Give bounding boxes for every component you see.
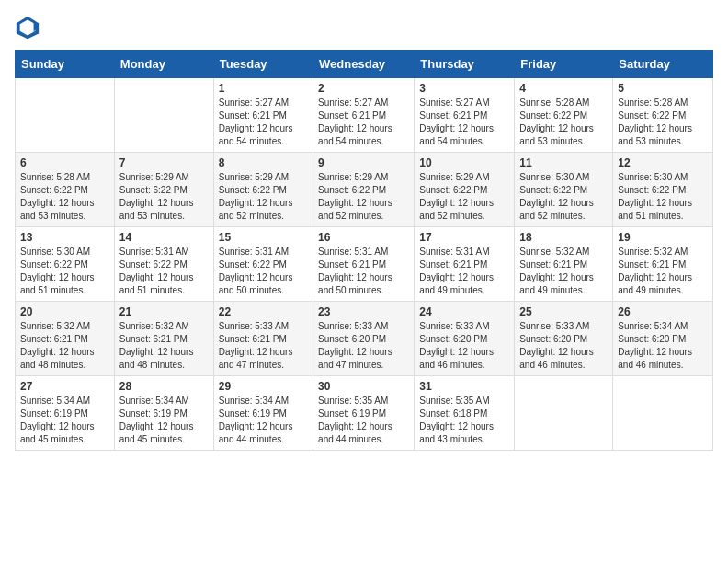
day-number: 5 <box>618 82 708 95</box>
calendar-cell: 23Sunrise: 5:33 AM Sunset: 6:20 PM Dayli… <box>313 302 415 376</box>
calendar-cell: 2Sunrise: 5:27 AM Sunset: 6:21 PM Daylig… <box>313 78 415 153</box>
day-number: 19 <box>618 231 708 244</box>
calendar-cell: 17Sunrise: 5:31 AM Sunset: 6:21 PM Dayli… <box>415 227 515 302</box>
day-number: 3 <box>419 82 509 95</box>
calendar-cell: 9Sunrise: 5:29 AM Sunset: 6:22 PM Daylig… <box>313 153 415 227</box>
day-number: 30 <box>318 380 409 393</box>
day-number: 12 <box>618 156 708 169</box>
day-info: Sunrise: 5:35 AM Sunset: 6:18 PM Dayligh… <box>419 395 509 446</box>
day-info: Sunrise: 5:28 AM Sunset: 6:22 PM Dayligh… <box>519 97 608 148</box>
calendar-cell: 3Sunrise: 5:27 AM Sunset: 6:21 PM Daylig… <box>415 78 515 153</box>
day-info: Sunrise: 5:33 AM Sunset: 6:21 PM Dayligh… <box>219 320 308 372</box>
day-info: Sunrise: 5:33 AM Sunset: 6:20 PM Dayligh… <box>519 320 608 372</box>
day-number: 29 <box>219 380 308 393</box>
day-info: Sunrise: 5:34 AM Sunset: 6:19 PM Dayligh… <box>20 395 109 446</box>
calendar-cell: 5Sunrise: 5:28 AM Sunset: 6:22 PM Daylig… <box>613 78 713 153</box>
day-info: Sunrise: 5:32 AM Sunset: 6:21 PM Dayligh… <box>519 246 608 297</box>
day-number: 18 <box>519 231 608 244</box>
calendar-cell <box>613 376 713 451</box>
day-number: 28 <box>119 380 209 393</box>
calendar-cell <box>16 78 115 153</box>
calendar-cell <box>515 376 613 451</box>
day-number: 4 <box>519 82 608 95</box>
day-number: 26 <box>618 305 708 318</box>
day-header-saturday: Saturday <box>613 51 713 78</box>
day-number: 6 <box>20 156 109 169</box>
day-header-tuesday: Tuesday <box>213 51 313 78</box>
day-number: 15 <box>219 231 308 244</box>
logo-icon <box>15 15 40 40</box>
calendar-cell: 8Sunrise: 5:29 AM Sunset: 6:22 PM Daylig… <box>213 153 313 227</box>
calendar: SundayMondayTuesdayWednesdayThursdayFrid… <box>15 50 713 451</box>
calendar-cell: 4Sunrise: 5:28 AM Sunset: 6:22 PM Daylig… <box>515 78 613 153</box>
calendar-cell: 26Sunrise: 5:34 AM Sunset: 6:20 PM Dayli… <box>613 302 713 376</box>
calendar-cell: 16Sunrise: 5:31 AM Sunset: 6:21 PM Dayli… <box>313 227 415 302</box>
day-info: Sunrise: 5:29 AM Sunset: 6:22 PM Dayligh… <box>318 171 409 223</box>
day-header-friday: Friday <box>515 51 613 78</box>
calendar-cell: 31Sunrise: 5:35 AM Sunset: 6:18 PM Dayli… <box>415 376 515 451</box>
day-header-thursday: Thursday <box>415 51 515 78</box>
day-info: Sunrise: 5:27 AM Sunset: 6:21 PM Dayligh… <box>419 97 509 148</box>
calendar-cell: 21Sunrise: 5:32 AM Sunset: 6:21 PM Dayli… <box>114 302 213 376</box>
calendar-week-row: 1Sunrise: 5:27 AM Sunset: 6:21 PM Daylig… <box>16 78 713 153</box>
calendar-cell: 7Sunrise: 5:29 AM Sunset: 6:22 PM Daylig… <box>114 153 213 227</box>
calendar-cell <box>114 78 213 153</box>
calendar-cell: 14Sunrise: 5:31 AM Sunset: 6:22 PM Dayli… <box>114 227 213 302</box>
day-info: Sunrise: 5:29 AM Sunset: 6:22 PM Dayligh… <box>219 171 308 223</box>
day-number: 10 <box>419 156 509 169</box>
day-number: 25 <box>519 305 608 318</box>
day-info: Sunrise: 5:29 AM Sunset: 6:22 PM Dayligh… <box>419 171 509 223</box>
calendar-cell: 27Sunrise: 5:34 AM Sunset: 6:19 PM Dayli… <box>16 376 115 451</box>
day-number: 13 <box>20 231 109 244</box>
day-info: Sunrise: 5:34 AM Sunset: 6:19 PM Dayligh… <box>219 395 308 446</box>
day-number: 16 <box>318 231 409 244</box>
calendar-cell: 25Sunrise: 5:33 AM Sunset: 6:20 PM Dayli… <box>515 302 613 376</box>
day-number: 11 <box>519 156 608 169</box>
day-number: 23 <box>318 305 409 318</box>
day-number: 2 <box>318 82 409 95</box>
day-info: Sunrise: 5:30 AM Sunset: 6:22 PM Dayligh… <box>20 246 109 297</box>
calendar-cell: 29Sunrise: 5:34 AM Sunset: 6:19 PM Dayli… <box>213 376 313 451</box>
calendar-week-row: 6Sunrise: 5:28 AM Sunset: 6:22 PM Daylig… <box>16 153 713 227</box>
day-info: Sunrise: 5:35 AM Sunset: 6:19 PM Dayligh… <box>318 395 409 446</box>
day-info: Sunrise: 5:28 AM Sunset: 6:22 PM Dayligh… <box>20 171 109 223</box>
calendar-cell: 19Sunrise: 5:32 AM Sunset: 6:21 PM Dayli… <box>613 227 713 302</box>
calendar-cell: 11Sunrise: 5:30 AM Sunset: 6:22 PM Dayli… <box>515 153 613 227</box>
calendar-cell: 12Sunrise: 5:30 AM Sunset: 6:22 PM Dayli… <box>613 153 713 227</box>
calendar-cell: 18Sunrise: 5:32 AM Sunset: 6:21 PM Dayli… <box>515 227 613 302</box>
page-header <box>15 15 713 40</box>
day-number: 7 <box>119 156 209 169</box>
day-info: Sunrise: 5:28 AM Sunset: 6:22 PM Dayligh… <box>618 97 708 148</box>
calendar-cell: 22Sunrise: 5:33 AM Sunset: 6:21 PM Dayli… <box>213 302 313 376</box>
day-number: 1 <box>219 82 308 95</box>
calendar-cell: 24Sunrise: 5:33 AM Sunset: 6:20 PM Dayli… <box>415 302 515 376</box>
day-info: Sunrise: 5:32 AM Sunset: 6:21 PM Dayligh… <box>618 246 708 297</box>
day-info: Sunrise: 5:30 AM Sunset: 6:22 PM Dayligh… <box>618 171 708 223</box>
calendar-cell: 15Sunrise: 5:31 AM Sunset: 6:22 PM Dayli… <box>213 227 313 302</box>
day-info: Sunrise: 5:27 AM Sunset: 6:21 PM Dayligh… <box>318 97 409 148</box>
day-info: Sunrise: 5:34 AM Sunset: 6:19 PM Dayligh… <box>119 395 209 446</box>
calendar-cell: 20Sunrise: 5:32 AM Sunset: 6:21 PM Dayli… <box>16 302 115 376</box>
day-number: 27 <box>20 380 109 393</box>
day-number: 20 <box>20 305 109 318</box>
calendar-header-row: SundayMondayTuesdayWednesdayThursdayFrid… <box>16 51 713 78</box>
day-number: 31 <box>419 380 509 393</box>
day-info: Sunrise: 5:31 AM Sunset: 6:22 PM Dayligh… <box>219 246 308 297</box>
day-info: Sunrise: 5:34 AM Sunset: 6:20 PM Dayligh… <box>618 320 708 372</box>
calendar-cell: 6Sunrise: 5:28 AM Sunset: 6:22 PM Daylig… <box>16 153 115 227</box>
calendar-cell: 30Sunrise: 5:35 AM Sunset: 6:19 PM Dayli… <box>313 376 415 451</box>
calendar-cell: 1Sunrise: 5:27 AM Sunset: 6:21 PM Daylig… <box>213 78 313 153</box>
day-header-monday: Monday <box>114 51 213 78</box>
calendar-week-row: 13Sunrise: 5:30 AM Sunset: 6:22 PM Dayli… <box>16 227 713 302</box>
calendar-week-row: 27Sunrise: 5:34 AM Sunset: 6:19 PM Dayli… <box>16 376 713 451</box>
day-info: Sunrise: 5:32 AM Sunset: 6:21 PM Dayligh… <box>20 320 109 372</box>
calendar-cell: 13Sunrise: 5:30 AM Sunset: 6:22 PM Dayli… <box>16 227 115 302</box>
logo <box>15 15 44 40</box>
day-info: Sunrise: 5:27 AM Sunset: 6:21 PM Dayligh… <box>219 97 308 148</box>
day-info: Sunrise: 5:32 AM Sunset: 6:21 PM Dayligh… <box>119 320 209 372</box>
day-info: Sunrise: 5:31 AM Sunset: 6:22 PM Dayligh… <box>119 246 209 297</box>
day-number: 17 <box>419 231 509 244</box>
calendar-cell: 10Sunrise: 5:29 AM Sunset: 6:22 PM Dayli… <box>415 153 515 227</box>
day-number: 21 <box>119 305 209 318</box>
day-number: 14 <box>119 231 209 244</box>
